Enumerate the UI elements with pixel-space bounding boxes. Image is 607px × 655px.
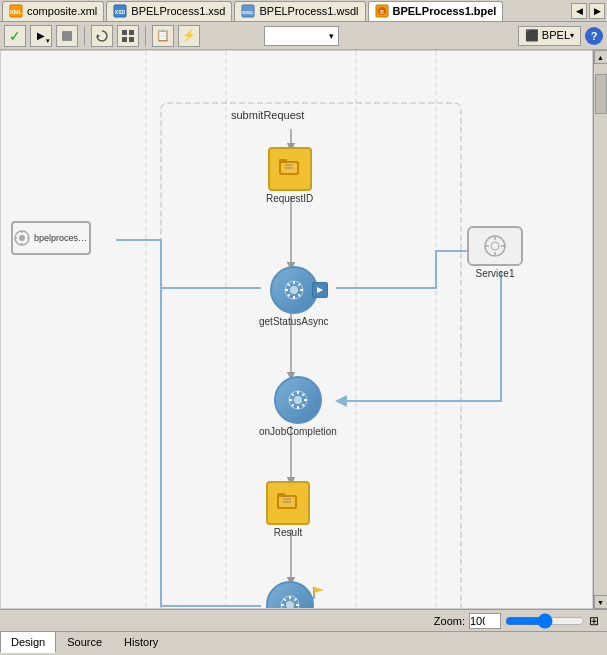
status-bar: Zoom: ⊞ [0,609,607,631]
svg-point-54 [294,396,302,404]
scroll-track[interactable] [595,64,607,595]
tab-xsd[interactable]: XSD BPELProcess1.xsd [106,1,232,21]
bottom-tab-history[interactable]: History [113,632,169,653]
gear-partner-icon [13,229,30,247]
tab-composite-label: composite.xml [27,5,97,17]
svg-line-42 [287,284,289,286]
scroll-down-btn[interactable]: ▼ [594,595,608,609]
partner-shape: bpelprocess1_cli... [11,221,91,255]
help-btn[interactable]: ? [585,27,603,45]
svg-text:B: B [380,9,384,15]
svg-line-60 [302,404,304,406]
svg-rect-14 [129,37,134,42]
toolbar: ✓ ▶ ▾ 📋 ⚡ ▾ ⬛ BPEL▾ ? [0,22,607,50]
bpel-icon: B [375,4,389,18]
svg-line-62 [292,404,294,406]
svg-text:XML: XML [10,9,23,15]
partner-label: bpelprocess1_cli... [34,233,89,243]
toolbar-right: ⬛ BPEL▾ ? [518,26,603,46]
bottom-tab-source-label: Source [67,636,102,648]
scroll-up-btn[interactable]: ▲ [594,50,608,64]
bottom-tab-design-label: Design [11,636,45,648]
zoom-control: Zoom: ⊞ [434,613,599,629]
node-get-status[interactable]: getStatusAsync [259,266,328,327]
sep1 [84,26,85,46]
svg-marker-46 [317,287,323,293]
tab-next-btn[interactable]: ▶ [589,3,605,19]
settings-btn[interactable]: ⚡ [178,25,200,47]
search-input[interactable] [269,30,329,42]
svg-point-48 [491,242,499,250]
copy-btn[interactable]: 📋 [152,25,174,47]
tab-bpel-label: BPELProcess1.bpel [393,5,497,17]
zoom-slider[interactable] [505,614,585,628]
svg-marker-10 [97,34,100,38]
refresh-btn[interactable] [91,25,113,47]
tab-bpel[interactable]: B BPELProcess1.bpel [368,1,504,21]
layout-btn[interactable] [117,25,139,47]
svg-line-45 [287,294,289,296]
zoom-label: Zoom: [434,615,465,627]
tab-xsd-label: BPELProcess1.xsd [131,5,225,17]
zoom-fit-btn[interactable]: ⊞ [589,614,599,628]
node-submit-request: submitRequest [231,109,304,121]
request-id-label: RequestID [266,193,313,204]
bottom-tab-history-label: History [124,636,158,648]
node-partner-link[interactable]: bpelprocess1_cli... [11,221,91,255]
main-area: submitRequest RequestID [0,50,607,609]
service-icon [480,232,510,260]
get-status-shape [270,266,318,314]
sep2 [145,26,146,46]
stop-btn[interactable] [56,25,78,47]
refresh-icon [95,29,109,43]
on-job-label: onJobCompletion [259,426,337,437]
bottom-tab-design[interactable]: Design [0,632,56,653]
svg-rect-13 [122,37,127,42]
svg-line-43 [298,294,300,296]
zoom-input[interactable] [469,613,501,629]
xsd-icon: XSD [113,4,127,18]
svg-line-76 [294,599,296,601]
service1-shape [467,226,523,266]
node-callback[interactable]: callbackClient [259,581,321,609]
vertical-scrollbar[interactable]: ▲ ▼ [593,50,607,609]
svg-point-37 [290,286,298,294]
tab-navigation: ◀ ▶ [571,3,605,19]
save-btn[interactable]: ✓ [4,25,26,47]
xml-icon: XML [9,4,23,18]
gear-blue2-icon [286,388,310,412]
gear-callback-icon [278,593,302,609]
flag-icon [312,585,328,601]
svg-text:XSD: XSD [115,9,126,15]
svg-point-69 [286,601,294,609]
callback-flag [312,585,328,603]
scroll-thumb[interactable] [595,74,607,114]
run-btn[interactable]: ▶ ▾ [30,25,52,47]
tab-composite[interactable]: XML composite.xml [2,1,104,21]
search-dropdown-btn[interactable]: ▾ [329,31,334,41]
callback-shape [266,581,314,609]
tab-wsdl[interactable]: WSDL BPELProcess1.wsdl [234,1,365,21]
node-service1[interactable]: Service1 [467,226,523,279]
svg-line-44 [298,284,300,286]
result-shape [266,481,310,525]
svg-marker-79 [314,587,324,593]
svg-rect-26 [279,159,287,163]
svg-text:WSDL: WSDL [243,10,255,15]
bpel-dropdown[interactable]: ⬛ BPEL▾ [518,26,581,46]
layout-icon [121,29,135,43]
tab-wsdl-label: BPELProcess1.wsdl [259,5,358,17]
gear-blue-icon [282,278,306,302]
on-job-shape [274,376,322,424]
bpel-canvas[interactable]: submitRequest RequestID [0,50,593,609]
svg-line-59 [292,394,294,396]
bottom-tab-source[interactable]: Source [56,632,113,653]
tab-bar: XML composite.xml XSD BPELProcess1.xsd W… [0,0,607,22]
tab-prev-btn[interactable]: ◀ [571,3,587,19]
result-label: Result [274,527,302,538]
node-request-id[interactable]: RequestID [266,147,313,204]
request-id-shape [268,147,312,191]
node-on-job[interactable]: onJobCompletion [259,376,337,437]
node-result[interactable]: Result [266,481,310,538]
svg-rect-11 [122,30,127,35]
